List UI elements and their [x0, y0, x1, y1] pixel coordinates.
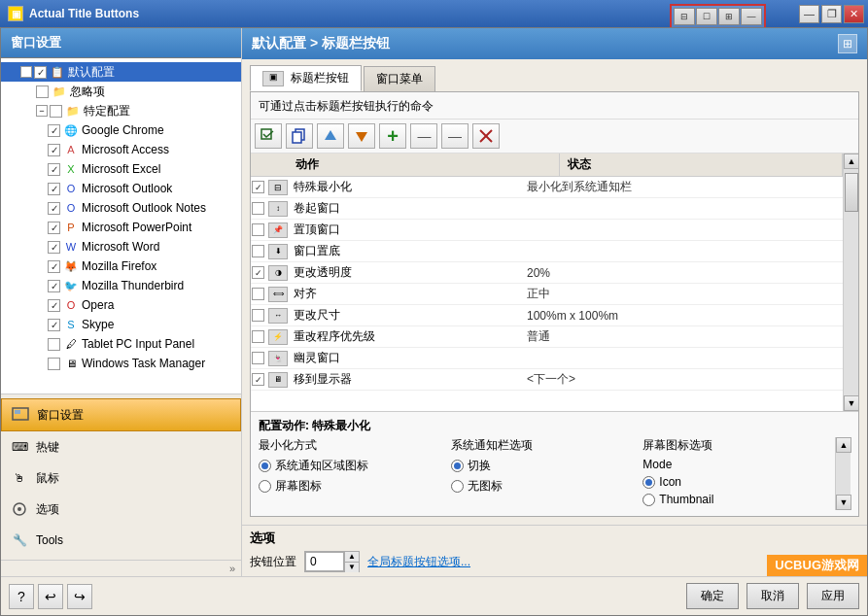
table-row[interactable]: ⬇ 窗口置底	[251, 241, 843, 262]
extra-btn-4[interactable]: —	[741, 8, 762, 25]
checkbox-ppt[interactable]: ✓	[48, 222, 60, 234]
tree-item-outlook-notes[interactable]: ✓ O Microsoft Outlook Notes	[1, 198, 241, 218]
tree-item-tablet[interactable]: 🖊 Tablet PC Input Panel	[1, 334, 241, 354]
table-scrollbar[interactable]: ▲ ▼	[843, 154, 858, 411]
nav-window-settings[interactable]: 窗口设置	[1, 398, 241, 431]
nav-options[interactable]: 选项	[1, 494, 241, 525]
checkbox-taskmgr[interactable]	[48, 358, 60, 370]
checkbox-word[interactable]: ✓	[48, 241, 60, 254]
stepper[interactable]: ▲ ▼	[344, 552, 359, 572]
table-row[interactable]: ✓ ⊟ 特殊最小化 最小化到系统通知栏	[251, 177, 843, 198]
checkbox-thunderbird[interactable]: ✓	[48, 280, 60, 292]
redo-button[interactable]: ↪	[67, 584, 92, 609]
radio-toggle[interactable]	[451, 460, 464, 472]
radio-systray-area[interactable]: 系统通知区域图标	[259, 458, 435, 474]
nav-mouse[interactable]: 🖱 鼠标	[1, 462, 241, 494]
checkbox-chrome[interactable]: ✓	[48, 124, 60, 137]
table-row[interactable]: ↔ 更改尺寸 100%m x 100%m	[251, 305, 843, 326]
scroll-track[interactable]	[844, 169, 858, 395]
radio-noicon[interactable]	[451, 480, 464, 493]
position-input[interactable]: 0	[305, 552, 344, 571]
sidebar-expand-btn[interactable]: »	[1, 560, 241, 576]
table-row[interactable]: ⟺ 对齐 正中	[251, 284, 843, 305]
row-check-9[interactable]	[251, 352, 268, 364]
row-check-1[interactable]: ✓	[251, 181, 268, 193]
expand-specific[interactable]: −	[36, 105, 48, 117]
checkbox-default[interactable]: ✓	[34, 66, 47, 79]
extra-btn-2[interactable]: ☐	[696, 8, 717, 25]
confirm-button[interactable]: 确定	[686, 583, 739, 609]
radio-toggle-area[interactable]: 切换	[451, 458, 628, 474]
tree-item-excel[interactable]: ✓ X Microsoft Excel	[1, 159, 241, 179]
move-up-button[interactable]	[317, 123, 344, 149]
minus2-button[interactable]: —	[441, 123, 469, 149]
add-button[interactable]: +	[379, 123, 406, 149]
tree-item-specific-config[interactable]: − 📁 特定配置	[1, 101, 241, 120]
checkbox-outlook[interactable]: ✓	[48, 183, 60, 195]
table-row[interactable]: 👻 幽灵窗口	[251, 348, 843, 369]
radio-screenicon[interactable]	[259, 480, 271, 493]
checkbox-skype[interactable]: ✓	[48, 319, 60, 331]
checkbox-firefox[interactable]: ✓	[48, 260, 60, 273]
radio-screenicon-area[interactable]: 屏幕图标	[259, 478, 435, 495]
checkbox-outlook-notes[interactable]: ✓	[48, 202, 60, 215]
tree-item-powerpoint[interactable]: ✓ P Microsoft PowerPoint	[1, 218, 241, 237]
tree-item-default-config[interactable]: − ✓ 📋 默认配置	[1, 62, 241, 82]
minimize-button[interactable]: —	[799, 5, 819, 23]
tree-item-ignore[interactable]: 📁 忽略项	[1, 82, 241, 101]
radio-icon-area[interactable]: Icon	[642, 475, 819, 489]
radio-systray[interactable]	[259, 460, 271, 472]
config-scroll-up[interactable]: ▲	[836, 437, 851, 453]
checkbox-access[interactable]: ✓	[48, 144, 60, 156]
nav-hotkey[interactable]: ⌨ 热键	[1, 431, 241, 462]
copy-button[interactable]	[286, 123, 313, 149]
extra-btn-1[interactable]: ⊟	[674, 8, 695, 25]
table-row[interactable]: ↕ 卷起窗口	[251, 198, 843, 220]
undo-button[interactable]: ↩	[38, 584, 63, 609]
tree-item-skype[interactable]: ✓ S Skype	[1, 315, 241, 334]
table-row[interactable]: ✓ ◑ 更改透明度 20%	[251, 262, 843, 284]
radio-icon-mode[interactable]	[642, 476, 655, 489]
checkbox-tablet[interactable]	[48, 338, 60, 351]
radio-thumbnail-area[interactable]: Thumbnail	[642, 493, 819, 506]
tree-item-opera[interactable]: ✓ O Opera	[1, 295, 241, 315]
row-check-8[interactable]	[251, 330, 268, 343]
global-options-link[interactable]: 全局标题按钮选项...	[367, 554, 470, 570]
stepper-up[interactable]: ▲	[345, 552, 359, 563]
scroll-down-arrow[interactable]: ▼	[844, 395, 858, 411]
tab-window-menu[interactable]: 窗口菜单	[364, 66, 435, 91]
scroll-thumb[interactable]	[845, 173, 858, 212]
scroll-up-arrow[interactable]: ▲	[844, 154, 858, 169]
edit-button[interactable]	[255, 123, 282, 149]
checkbox-excel[interactable]: ✓	[48, 163, 60, 176]
stepper-down[interactable]: ▼	[345, 563, 359, 572]
row-check-4[interactable]	[251, 245, 268, 257]
row-check-5[interactable]: ✓	[251, 266, 268, 279]
restore-button[interactable]: ❐	[821, 5, 842, 23]
checkbox-ignore[interactable]	[36, 86, 49, 98]
tree-item-word[interactable]: ✓ W Microsoft Word	[1, 237, 241, 257]
table-row[interactable]: ⚡ 重改程序优先级 普通	[251, 326, 843, 348]
help-button[interactable]: ?	[9, 584, 34, 609]
copy-config-button[interactable]: ⊞	[838, 34, 857, 53]
row-check-3[interactable]	[251, 223, 268, 236]
config-scrollbar[interactable]: ▲ ▼	[835, 437, 851, 510]
tree-item-outlook[interactable]: ✓ O Microsoft Outlook	[1, 179, 241, 198]
cancel-button[interactable]: 取消	[746, 583, 799, 609]
tree-item-taskmgr[interactable]: 🖥 Windows Task Manager	[1, 354, 241, 373]
row-check-7[interactable]	[251, 309, 268, 322]
row-check-6[interactable]	[251, 288, 268, 300]
move-down-button[interactable]	[348, 123, 375, 149]
close-button[interactable]: ✕	[844, 5, 864, 23]
row-check-10[interactable]: ✓	[251, 373, 268, 386]
config-scroll-down[interactable]: ▼	[836, 495, 851, 510]
minus1-button[interactable]: —	[410, 123, 437, 149]
extra-btn-3[interactable]: ⊞	[718, 8, 740, 25]
expand-icon[interactable]: −	[20, 66, 32, 78]
nav-tools[interactable]: 🔧 Tools	[1, 525, 241, 556]
radio-noicon-area[interactable]: 无图标	[451, 478, 628, 495]
table-row[interactable]: 📌 置顶窗口	[251, 220, 843, 241]
checkbox-opera[interactable]: ✓	[48, 299, 60, 312]
tab-titlebar-buttons[interactable]: ▣ 标题栏按钮	[250, 65, 362, 91]
tree-item-firefox[interactable]: ✓ 🦊 Mozilla Firefox	[1, 257, 241, 276]
